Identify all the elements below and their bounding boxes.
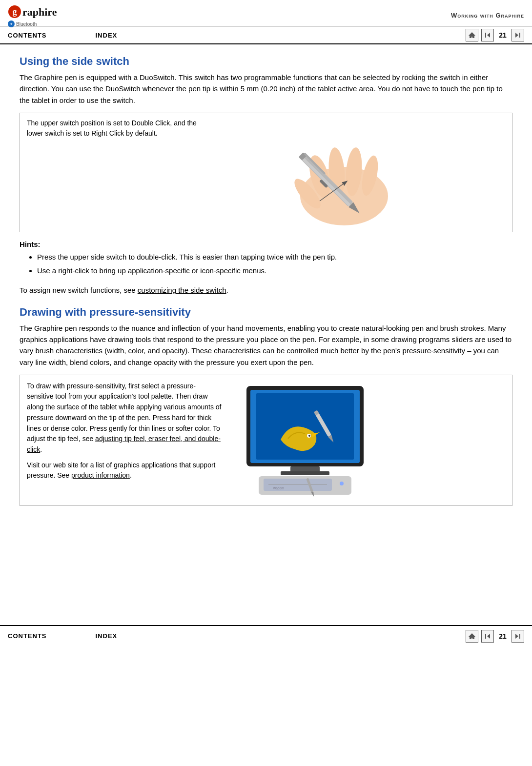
svg-rect-41	[485, 634, 486, 639]
main-content: Using the side switch The Graphire pen i…	[0, 44, 532, 527]
svg-marker-40	[487, 634, 490, 639]
svg-text:g: g	[13, 7, 17, 17]
logo-bluetooth: ⭒ Bluetooth	[8, 20, 37, 27]
svg-marker-6	[515, 33, 518, 38]
svg-text:raphire: raphire	[22, 6, 57, 18]
page-number-header: 21	[497, 31, 509, 39]
svg-text:wacom: wacom	[273, 486, 284, 490]
footer-next-icon	[514, 633, 521, 640]
contents-link-header[interactable]: CONTENTS	[8, 32, 47, 39]
svg-marker-42	[515, 634, 518, 639]
bluetooth-icon: ⭒	[8, 20, 15, 27]
logo: g raphire ⭒ Bluetooth	[8, 3, 66, 27]
svg-point-35	[340, 482, 344, 485]
section2-heading: Drawing with pressure-sensitivity	[20, 306, 512, 319]
hints-label: Hints:	[20, 240, 512, 248]
page-number-footer: 21	[497, 632, 509, 640]
hint-item-2: Use a right-click to bring up applicatio…	[37, 265, 512, 277]
next-icon	[514, 32, 521, 39]
graphire-logo-svg: g raphire	[8, 3, 66, 20]
pen-hand-svg	[222, 118, 403, 225]
header: g raphire ⭒ Bluetooth Working with Graph…	[0, 0, 532, 27]
home-icon	[468, 31, 476, 39]
svg-point-28	[308, 435, 310, 437]
home-button[interactable]	[466, 29, 478, 41]
monitor-svg: wacom	[232, 381, 378, 498]
section1-info-box: The upper switch position is set to Doub…	[20, 113, 512, 232]
footer-prev-button[interactable]	[481, 630, 494, 643]
section1-info-text: The upper switch position is set to Doub…	[27, 118, 212, 139]
footer-nav-right: 21	[466, 630, 524, 643]
index-link-footer[interactable]: INDEX	[96, 632, 118, 640]
footer: CONTENTS INDEX 21	[0, 625, 532, 646]
assign-text: To assign new switch functions, see cust…	[20, 284, 512, 296]
section2-info-text: To draw with pressure-sensitivity, first…	[27, 381, 222, 481]
prev-prev-icon	[484, 32, 491, 39]
svg-rect-43	[519, 634, 520, 639]
header-nav-links: CONTENTS INDEX	[8, 32, 117, 39]
section1-body: The Graphire pen is equipped with a DuoS…	[20, 72, 512, 106]
hints-section: Hints: Press the upper side switch to do…	[20, 240, 512, 277]
svg-rect-7	[519, 33, 520, 38]
footer-prev-icon	[484, 633, 491, 640]
svg-marker-39	[469, 633, 475, 639]
pen-illustration	[222, 118, 403, 227]
footer-next-button[interactable]	[512, 630, 524, 643]
prev-prev-button[interactable]	[481, 29, 494, 41]
hints-list: Press the upper side switch to double-cl…	[20, 251, 512, 277]
section2-info-box: To draw with pressure-sensitivity, first…	[20, 375, 512, 506]
footer-home-button[interactable]	[466, 630, 478, 643]
header-nav-right: 21	[466, 29, 524, 41]
product-info-link[interactable]: product information	[71, 471, 130, 479]
svg-marker-3	[469, 32, 475, 38]
svg-marker-4	[487, 33, 490, 38]
index-link-header[interactable]: INDEX	[96, 32, 118, 39]
header-title: Working with Graphire	[451, 12, 524, 19]
customize-link[interactable]: customizing the side switch	[138, 286, 226, 294]
footer-home-icon	[468, 632, 476, 640]
hint-item-1: Press the upper side switch to double-cl…	[37, 251, 512, 263]
monitor-illustration: wacom	[232, 381, 378, 500]
svg-rect-25	[281, 471, 329, 475]
section2-body: The Graphire pen responds to the nuance …	[20, 323, 512, 368]
svg-rect-5	[485, 33, 486, 38]
next-button[interactable]	[512, 29, 524, 41]
header-nav: CONTENTS INDEX 21	[0, 27, 532, 44]
section1-heading: Using the side switch	[20, 55, 512, 68]
contents-link-footer[interactable]: CONTENTS	[8, 632, 47, 640]
footer-nav-links: CONTENTS INDEX	[8, 632, 117, 640]
